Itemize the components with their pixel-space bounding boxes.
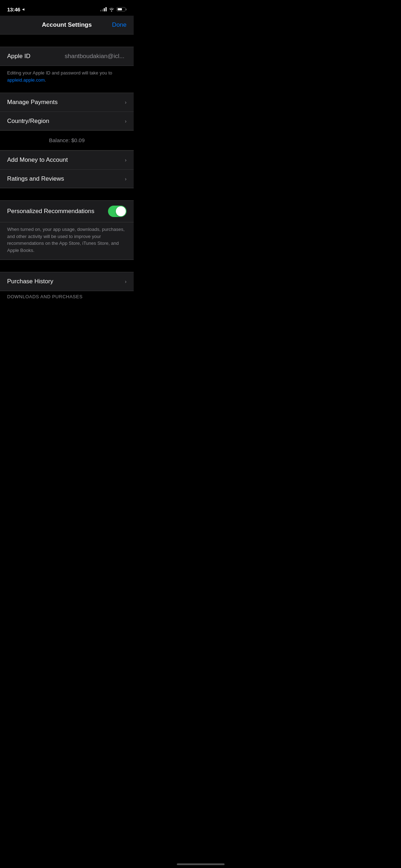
ratings-reviews-right: › xyxy=(125,176,127,182)
country-region-right: › xyxy=(125,118,127,124)
location-icon: ◂ xyxy=(22,7,24,12)
signal-icon xyxy=(100,7,107,11)
recommendations-section: Personalized Recommendations xyxy=(0,200,134,222)
apple-id-right: shantboudakian@icl... xyxy=(65,53,127,60)
purchase-history-right: › xyxy=(125,279,127,284)
add-money-chevron: › xyxy=(125,157,127,163)
add-money-label: Add Money to Account xyxy=(7,156,68,164)
time-label: 13:46 xyxy=(7,6,20,12)
nav-header: Account Settings Done xyxy=(0,16,134,35)
recommendations-desc-text: When turned on, your app usage, download… xyxy=(7,227,125,253)
recommendations-label: Personalized Recommendations xyxy=(7,208,94,215)
apple-id-section: Apple ID shantboudakian@icl... xyxy=(0,47,134,66)
toggle-track xyxy=(108,206,127,217)
status-time: 13:46 ◂ xyxy=(7,6,24,12)
recommendations-row: Personalized Recommendations xyxy=(0,201,134,222)
gap-2 xyxy=(0,188,134,200)
gap-3 xyxy=(0,260,134,272)
section-spacer-1 xyxy=(0,35,134,47)
recommendations-description: When turned on, your app usage, download… xyxy=(0,222,134,260)
apple-id-label: Apple ID xyxy=(7,53,30,60)
status-icons xyxy=(100,7,127,11)
purchase-history-chevron: › xyxy=(125,279,127,284)
balance-label: Balance: $0.09 xyxy=(49,137,84,143)
apple-id-link[interactable]: appleid.apple.com xyxy=(7,77,45,83)
apple-id-value: shantboudakian@icl... xyxy=(65,53,124,60)
bottom-section-label: DOWNLOADS AND PURCHASES xyxy=(0,291,134,301)
add-money-right: › xyxy=(125,157,127,163)
page-title: Account Settings xyxy=(42,21,92,29)
wifi-icon xyxy=(109,7,114,11)
ratings-reviews-label: Ratings and Reviews xyxy=(7,175,64,182)
apple-id-row[interactable]: Apple ID shantboudakian@icl... xyxy=(0,47,134,66)
country-region-chevron: › xyxy=(125,118,127,124)
purchase-history-row[interactable]: Purchase History › xyxy=(0,272,134,291)
ratings-reviews-row[interactable]: Ratings and Reviews › xyxy=(0,169,134,188)
apple-id-desc-text1: Editing your Apple ID and password will … xyxy=(7,70,112,76)
balance-actions-section: Add Money to Account › Ratings and Revie… xyxy=(0,150,134,188)
manage-payments-label: Manage Payments xyxy=(7,99,58,106)
payments-section: Manage Payments › Country/Region › xyxy=(0,93,134,130)
recommendations-toggle[interactable] xyxy=(108,206,127,217)
manage-payments-chevron: › xyxy=(125,99,127,105)
purchase-history-label: Purchase History xyxy=(7,278,53,285)
gap-1 xyxy=(0,89,134,93)
balance-section: Balance: $0.09 xyxy=(0,130,134,150)
country-region-row[interactable]: Country/Region › xyxy=(0,112,134,130)
status-bar: 13:46 ◂ xyxy=(0,0,134,16)
add-money-row[interactable]: Add Money to Account › xyxy=(0,151,134,169)
manage-payments-row[interactable]: Manage Payments › xyxy=(0,93,134,112)
apple-id-desc-text2: . xyxy=(45,77,46,83)
done-button[interactable]: Done xyxy=(112,21,127,29)
purchase-history-section: Purchase History › xyxy=(0,272,134,291)
ratings-reviews-chevron: › xyxy=(125,176,127,182)
battery-icon xyxy=(117,7,127,11)
country-region-label: Country/Region xyxy=(7,118,49,125)
toggle-thumb xyxy=(116,206,126,216)
apple-id-description: Editing your Apple ID and password will … xyxy=(0,66,134,89)
manage-payments-right: › xyxy=(125,99,127,105)
